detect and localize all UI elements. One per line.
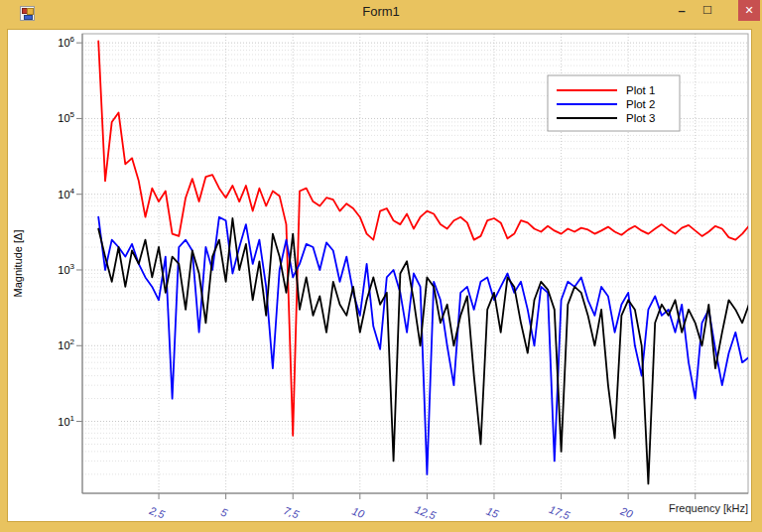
legend-label: Plot 3 [626, 112, 655, 124]
svg-text:104: 104 [58, 187, 74, 200]
svg-text:105: 105 [58, 110, 74, 124]
close-icon: ✕ [744, 4, 753, 17]
chart-canvas: 1011021031041051062,557,51012,51517,520P… [8, 30, 751, 521]
legend-label: Plot 2 [626, 98, 655, 110]
x-axis-title: Frequency [kHz] [669, 502, 748, 514]
minimize-button[interactable]: – [669, 0, 695, 21]
svg-text:10: 10 [350, 505, 366, 521]
maximize-icon: ☐ [702, 4, 712, 17]
svg-text:101: 101 [58, 414, 74, 428]
svg-text:12,5: 12,5 [414, 503, 439, 521]
svg-text:103: 103 [58, 262, 74, 276]
svg-text:15: 15 [485, 505, 501, 521]
title-bar[interactable]: Form1 – ☐ ✕ [0, 0, 762, 30]
svg-text:106: 106 [58, 35, 74, 49]
svg-text:102: 102 [58, 337, 74, 351]
window-title: Form1 [0, 0, 762, 24]
close-button[interactable]: ✕ [738, 0, 760, 21]
chart-area: 1011021031041051062,557,51012,51517,520P… [8, 30, 751, 521]
svg-text:17,5: 17,5 [548, 503, 572, 521]
svg-text:20: 20 [618, 504, 635, 520]
window: Form1 – ☐ ✕ 1011021031041051062,557,5101… [0, 0, 762, 532]
legend-label: Plot 1 [626, 84, 655, 96]
svg-text:7,5: 7,5 [282, 504, 301, 521]
svg-text:2,5: 2,5 [147, 504, 167, 521]
minimize-icon: – [678, 3, 685, 18]
y-axis-title: Magnitude [Δ] [12, 230, 24, 298]
maximize-button[interactable]: ☐ [695, 0, 720, 21]
svg-text:5: 5 [219, 506, 230, 520]
